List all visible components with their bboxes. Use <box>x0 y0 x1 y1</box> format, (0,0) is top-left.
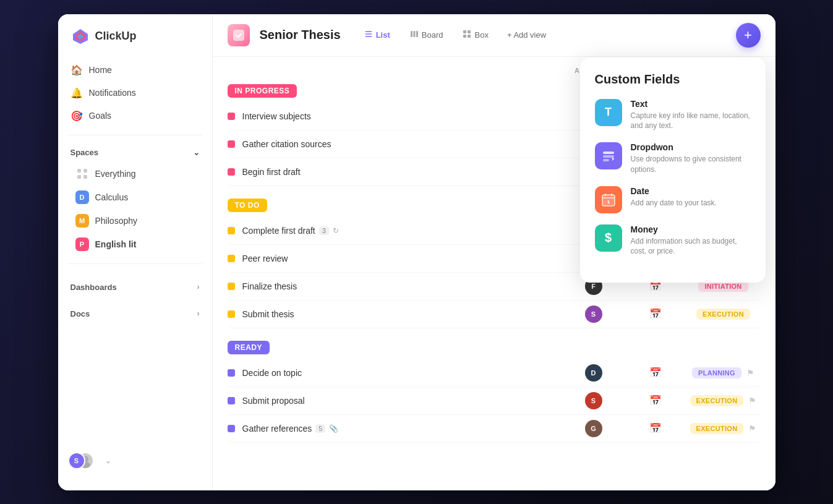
cf-dropdown-name: Dropdwon <box>631 142 751 152</box>
nav-goals[interactable]: 🎯 Goals <box>63 105 207 127</box>
task-name: Interview subjects <box>242 111 563 121</box>
subtask-icon: ↻ <box>333 226 339 235</box>
tab-board-label: Board <box>422 30 443 40</box>
divider-1 <box>68 135 202 135</box>
logo-area: ClickUp <box>58 27 212 59</box>
chevron-down-icon: ⌄ <box>193 148 200 157</box>
philosophy-badge: M <box>75 214 89 228</box>
task-name: Complete first draft 3 ↻ <box>242 226 563 236</box>
chevron-right-icon: › <box>197 283 200 291</box>
task-stage: EXECUTION ⚑ <box>686 423 761 434</box>
date-field-icon: 1 <box>595 186 622 213</box>
cf-item-dropdown[interactable]: Dropdwon Use dropdowns to give consisten… <box>595 142 751 175</box>
everything-label: Everything <box>95 169 136 179</box>
docs-section[interactable]: Docs › <box>58 303 212 325</box>
table-row[interactable]: Gather references 5 📎 G 📅 EXECUTION ⚑ <box>228 415 761 443</box>
english-lit-label: English lit <box>95 239 137 249</box>
sidebar-item-everything[interactable]: Everything <box>63 162 207 186</box>
spaces-header[interactable]: Spaces ⌄ <box>58 143 212 162</box>
dashboards-section[interactable]: Dashboards › <box>58 276 212 298</box>
user-menu-chevron: ⌄ <box>105 456 111 465</box>
svg-rect-16 <box>463 30 466 33</box>
cf-item-text[interactable]: T Text Capture key info like name, locat… <box>595 99 751 132</box>
user-avatars: S <box>68 451 99 471</box>
sidebar: ClickUp 🏠 Home 🔔 Notifications 🎯 Goals S… <box>58 14 213 490</box>
task-bullet-yellow <box>228 227 235 234</box>
task-name: Gather references 5 📎 <box>242 424 563 434</box>
svg-rect-17 <box>468 30 471 33</box>
svg-rect-5 <box>77 175 81 179</box>
svg-rect-20 <box>603 152 614 154</box>
task-name: Peer review <box>242 254 563 263</box>
task-assignee: S <box>563 305 625 323</box>
tab-box[interactable]: Box <box>454 26 497 44</box>
task-duedate: 📅 <box>625 422 686 434</box>
add-view-button[interactable]: + Add view <box>500 26 553 44</box>
task-assignee: S <box>563 392 625 409</box>
svg-rect-3 <box>77 169 81 173</box>
task-assignee: G <box>563 420 625 437</box>
custom-fields-title: Custom Fields <box>595 72 751 87</box>
main-nav: 🏠 Home 🔔 Notifications 🎯 Goals <box>58 59 212 127</box>
table-row[interactable]: Submit thesis S 📅 EXECUTION <box>228 301 761 328</box>
cf-info-date: Date Add any date to your task. <box>631 186 751 208</box>
sidebar-item-english-lit[interactable]: P English lit <box>63 233 207 256</box>
spaces-label: Spaces <box>70 148 99 157</box>
nav-notifications-label: Notifications <box>89 88 136 98</box>
task-bullet-yellow <box>228 283 235 290</box>
sidebar-item-calculus[interactable]: D Calculus <box>63 186 207 209</box>
money-field-icon: $ <box>595 224 622 252</box>
cf-item-date[interactable]: 1 Date Add any date to your task. <box>595 186 751 213</box>
user-avatar-s: S <box>68 452 85 469</box>
fab-add-button[interactable]: + <box>736 23 761 48</box>
task-bullet-yellow <box>228 255 235 262</box>
svg-rect-14 <box>413 31 415 37</box>
sidebar-bottom[interactable]: S ⌄ <box>58 443 212 478</box>
task-bullet-purple <box>228 397 235 404</box>
calculus-badge: D <box>75 190 89 204</box>
cf-info-text: Text Capture key info like name, locatio… <box>631 99 751 132</box>
bell-icon: 🔔 <box>70 87 83 99</box>
nav-goals-label: Goals <box>89 111 112 121</box>
english-lit-badge: P <box>75 237 89 251</box>
cf-item-money[interactable]: $ Money Add information such as budget, … <box>595 224 751 257</box>
task-assignee: D <box>563 364 625 382</box>
task-name: Submit proposal <box>242 396 563 406</box>
svg-rect-4 <box>83 169 87 173</box>
svg-rect-6 <box>83 175 87 179</box>
group-ready[interactable]: READY <box>228 341 270 354</box>
svg-text:1: 1 <box>607 199 610 205</box>
dashboards-label: Dashboards <box>70 283 117 292</box>
task-duedate: 📅 <box>625 308 686 320</box>
table-row[interactable]: Submit proposal S 📅 EXECUTION ⚑ <box>228 387 761 415</box>
calculus-label: Calculus <box>95 192 129 202</box>
sidebar-item-philosophy[interactable]: M Philosophy <box>63 209 207 233</box>
flag-icon: ⚑ <box>748 424 756 434</box>
home-icon: 🏠 <box>70 64 83 76</box>
cf-money-desc: Add information such as budget, cost, or… <box>631 236 751 257</box>
svg-rect-15 <box>416 31 418 37</box>
cf-date-name: Date <box>631 186 751 196</box>
tab-list[interactable]: List <box>356 26 399 44</box>
board-tab-icon <box>410 30 419 40</box>
clickup-logo-icon <box>70 27 90 46</box>
main-area: Senior Thesis List Board <box>213 14 775 490</box>
task-stage: EXECUTION <box>686 309 761 320</box>
tab-board[interactable]: Board <box>401 26 452 44</box>
nav-home-label: Home <box>89 65 112 75</box>
table-row[interactable]: Decide on topic D 📅 PLANNING ⚑ <box>228 359 761 387</box>
task-bullet-red <box>228 140 235 148</box>
nav-notifications[interactable]: 🔔 Notifications <box>63 82 207 105</box>
task-bullet-purple <box>228 425 235 432</box>
nav-home[interactable]: 🏠 Home <box>63 59 207 82</box>
view-tabs: List Board Box + Add view <box>356 26 553 44</box>
task-name: Begin first draft <box>242 167 563 177</box>
group-in-progress[interactable]: IN PROGRESS <box>228 84 297 98</box>
group-to-do[interactable]: TO DO <box>228 199 267 212</box>
text-field-icon: T <box>595 99 622 126</box>
svg-rect-9 <box>233 30 244 41</box>
task-stage: EXECUTION ⚑ <box>686 395 761 406</box>
tab-box-label: Box <box>474 30 488 40</box>
svg-rect-18 <box>463 35 466 38</box>
task-badge: 5 <box>315 424 325 433</box>
